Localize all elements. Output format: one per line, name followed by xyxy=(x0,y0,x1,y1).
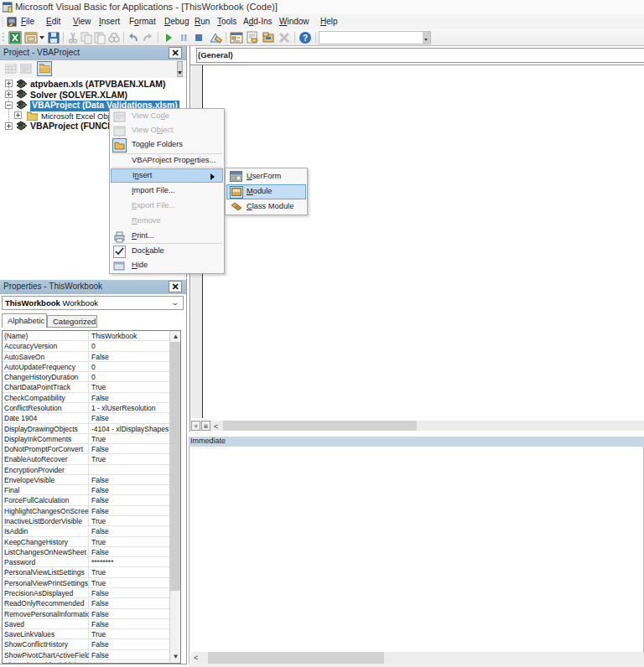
svg-text:?: ? xyxy=(303,34,308,43)
